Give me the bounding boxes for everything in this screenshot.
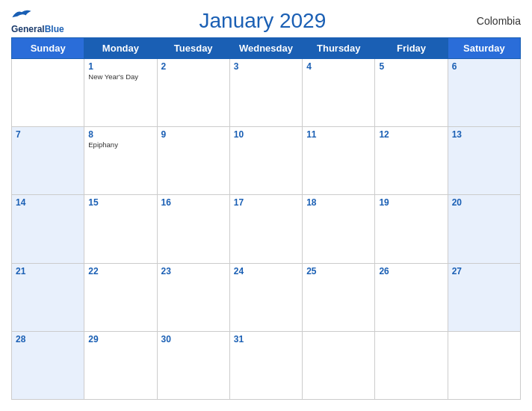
- calendar-header: GeneralBlue January 2029 Colombia: [11, 7, 521, 34]
- date-number: 5: [379, 61, 443, 72]
- calendar-cell: 22: [84, 263, 157, 331]
- calendar-cell: [375, 331, 448, 399]
- date-number: 23: [161, 266, 226, 276]
- week-row-5: 28293031: [12, 331, 521, 399]
- header-saturday: Saturday: [448, 38, 520, 59]
- calendar-cell: 17: [229, 195, 302, 263]
- header-friday: Friday: [375, 38, 448, 59]
- calendar-cell: 20: [448, 195, 520, 263]
- header-thursday: Thursday: [303, 38, 375, 59]
- header-wednesday: Wednesday: [229, 38, 302, 59]
- date-number: 22: [88, 266, 152, 276]
- holiday-label: Epiphany: [88, 140, 152, 149]
- date-number: 24: [234, 266, 298, 276]
- calendar-cell: 11: [303, 127, 375, 195]
- calendar-title-section: January 2029: [64, 9, 461, 33]
- week-row-1: 1New Year's Day23456: [12, 59, 521, 127]
- calendar-cell: 10: [229, 127, 302, 195]
- calendar-cell: [303, 331, 375, 399]
- calendar-cell: 5: [375, 59, 448, 127]
- calendar-cell: 21: [12, 263, 84, 331]
- date-number: 2: [161, 61, 226, 72]
- calendar-cell: 23: [157, 263, 229, 331]
- calendar-cell: 28: [12, 331, 84, 399]
- date-number: 4: [306, 61, 371, 72]
- date-number: 6: [452, 61, 516, 72]
- date-number: 15: [88, 197, 152, 208]
- calendar-cell: 9: [157, 127, 229, 195]
- calendar-cell: 13: [448, 127, 520, 195]
- date-number: 26: [379, 266, 443, 276]
- day-headers-row: Sunday Monday Tuesday Wednesday Thursday…: [12, 38, 521, 59]
- date-number: 12: [379, 129, 443, 140]
- calendar-cell: 14: [12, 195, 84, 263]
- date-number: 27: [452, 266, 516, 276]
- logo-text: GeneralBlue: [11, 22, 64, 34]
- date-number: 3: [234, 61, 298, 72]
- date-number: 28: [16, 334, 80, 344]
- date-number: 29: [88, 334, 152, 344]
- country-label: Colombia: [461, 15, 521, 27]
- calendar-cell: [448, 331, 520, 399]
- header-monday: Monday: [84, 38, 157, 59]
- calendar-cell: 26: [375, 263, 448, 331]
- calendar-cell: 6: [448, 59, 520, 127]
- calendar-cell: 4: [303, 59, 375, 127]
- calendar-cell: 25: [303, 263, 375, 331]
- calendar-cell: 15: [84, 195, 157, 263]
- date-number: 11: [306, 129, 371, 140]
- calendar-cell: 27: [448, 263, 520, 331]
- calendar-cell: 31: [229, 331, 302, 399]
- holiday-label: New Year's Day: [88, 72, 152, 81]
- header-tuesday: Tuesday: [157, 38, 229, 59]
- calendar-cell: 3: [229, 59, 302, 127]
- calendar-body: 1New Year's Day2345678Epiphany9101112131…: [12, 59, 521, 400]
- calendar-cell: 1New Year's Day: [84, 59, 157, 127]
- date-number: 7: [16, 129, 80, 140]
- week-row-4: 21222324252627: [12, 263, 521, 331]
- calendar-cell: 29: [84, 331, 157, 399]
- date-number: 10: [234, 129, 298, 140]
- date-number: 25: [306, 266, 371, 276]
- generalblue-logo: GeneralBlue: [11, 7, 64, 34]
- date-number: 9: [161, 129, 226, 140]
- calendar-cell: 7: [12, 127, 84, 195]
- header-sunday: Sunday: [12, 38, 84, 59]
- calendar-cell: [12, 59, 84, 127]
- calendar-cell: 19: [375, 195, 448, 263]
- date-number: 16: [161, 197, 226, 208]
- date-number: 30: [161, 334, 226, 344]
- date-number: 1: [88, 61, 152, 72]
- date-number: 18: [306, 197, 371, 208]
- date-number: 8: [88, 129, 152, 140]
- calendar-cell: 2: [157, 59, 229, 127]
- calendar-cell: 8Epiphany: [84, 127, 157, 195]
- calendar-cell: 24: [229, 263, 302, 331]
- date-number: 31: [234, 334, 298, 344]
- calendar-title: January 2029: [200, 9, 327, 32]
- calendar-cell: 12: [375, 127, 448, 195]
- date-number: 17: [234, 197, 298, 208]
- date-number: 14: [16, 197, 80, 208]
- calendar-cell: 16: [157, 195, 229, 263]
- date-number: 20: [452, 197, 516, 208]
- date-number: 19: [379, 197, 443, 208]
- calendar-cell: 30: [157, 331, 229, 399]
- calendar-table: Sunday Monday Tuesday Wednesday Thursday…: [11, 37, 521, 400]
- date-number: 13: [452, 129, 516, 140]
- week-row-3: 14151617181920: [12, 195, 521, 263]
- logo-bird-icon: [11, 7, 32, 21]
- week-row-2: 78Epiphany910111213: [12, 127, 521, 195]
- calendar-cell: 18: [303, 195, 375, 263]
- date-number: 21: [16, 266, 80, 276]
